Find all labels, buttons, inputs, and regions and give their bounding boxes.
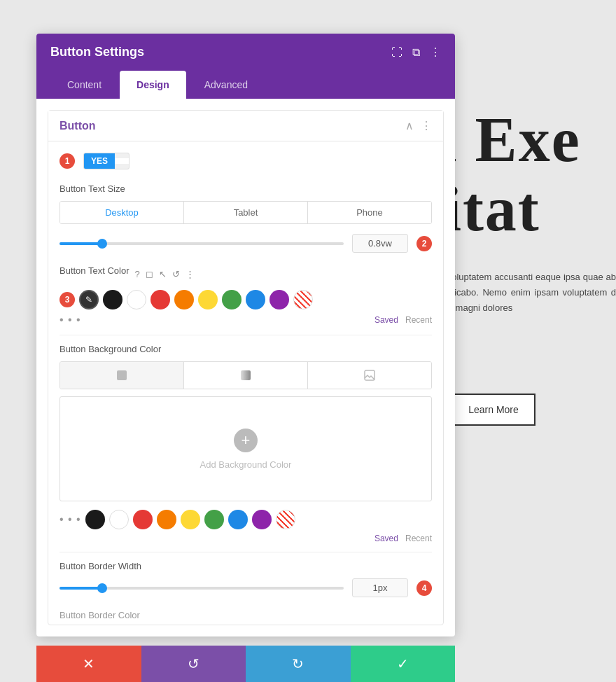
- learn-more-button[interactable]: Learn More: [451, 394, 536, 426]
- custom-styles-row: 1 YES: [59, 153, 432, 169]
- border-width-slider-row: 1px 4: [59, 578, 432, 597]
- confirm-button[interactable]: ✓: [351, 646, 456, 682]
- tab-design[interactable]: Design: [120, 71, 186, 99]
- border-width-label: Button Border Width: [59, 561, 432, 571]
- bg-type-gradient[interactable]: [184, 362, 308, 389]
- cancel-button[interactable]: ✕: [36, 646, 141, 682]
- color-orange[interactable]: [174, 290, 194, 309]
- badge-1: 1: [59, 153, 75, 169]
- bg-saved-label[interactable]: Saved: [374, 534, 398, 543]
- device-tab-desktop[interactable]: Desktop: [60, 202, 184, 223]
- bg-color-white[interactable]: [109, 510, 129, 529]
- text-size-slider-row: 0.8vw 2: [59, 234, 432, 253]
- panel-title: Button Settings: [50, 45, 144, 60]
- bg-color-red[interactable]: [133, 510, 153, 529]
- section-body: 1 YES Button Text Size Desktop Tablet Ph…: [48, 141, 443, 625]
- reset-icon[interactable]: ↺: [172, 269, 180, 279]
- bg-color-black[interactable]: [85, 510, 105, 529]
- slider-thumb[interactable]: [97, 239, 107, 249]
- recent-label[interactable]: Recent: [405, 315, 432, 325]
- help-icon[interactable]: ?: [134, 269, 139, 279]
- add-bg-label: Add Background Color: [200, 459, 292, 470]
- panel-tabs: Content Design Advanced: [36, 71, 455, 99]
- svg-rect-0: [117, 370, 127, 380]
- bg-color-orange[interactable]: [157, 510, 176, 529]
- color-red[interactable]: [150, 290, 170, 309]
- border-slider-fill: [59, 587, 102, 590]
- border-slider-thumb[interactable]: [97, 583, 107, 593]
- color-strikethrough[interactable]: [293, 290, 313, 309]
- color-white[interactable]: [127, 290, 146, 309]
- slider-value[interactable]: 0.8vw: [352, 234, 408, 253]
- text-color-swatches-row: 3 ✎: [59, 290, 432, 309]
- bg-color-label: Button Background Color: [59, 344, 432, 354]
- toggle-no[interactable]: [115, 158, 129, 164]
- more-icon[interactable]: ⋮: [430, 46, 441, 59]
- bg-type-solid[interactable]: [60, 362, 184, 389]
- text-color-header: Button Text Color ? ◻ ↖ ↺ ⋮: [59, 265, 432, 283]
- color-more-icon[interactable]: ⋮: [186, 269, 195, 279]
- svg-rect-1: [241, 370, 251, 380]
- bg-color-picker-area: + Add Background Color: [59, 396, 432, 501]
- color-green[interactable]: [222, 290, 241, 309]
- separator-1: [59, 335, 432, 335]
- redo-button[interactable]: ↻: [246, 646, 351, 682]
- border-width-value[interactable]: 1px: [352, 578, 408, 597]
- bg-recent-label[interactable]: Recent: [405, 534, 432, 543]
- undo-button[interactable]: ↺: [141, 646, 246, 682]
- bg-more-icon[interactable]: • • •: [59, 513, 81, 526]
- tab-advanced[interactable]: Advanced: [188, 71, 265, 99]
- header-icons: ⛶ ⧉ ⋮: [391, 46, 441, 59]
- tab-content[interactable]: Content: [50, 71, 118, 99]
- bg-color-strikethrough[interactable]: [276, 510, 295, 529]
- bg-type-image[interactable]: [308, 362, 431, 389]
- device-tabs: Desktop Tablet Phone: [59, 201, 432, 224]
- section-title: Button: [59, 120, 96, 132]
- badge-3: 3: [59, 292, 75, 307]
- section-more-icon[interactable]: ⋮: [421, 119, 432, 132]
- color-blue[interactable]: [246, 290, 265, 309]
- color-edit-swatch[interactable]: ✎: [79, 290, 99, 309]
- button-section: Button ∧ ⋮ 1 YES Button Text Size: [48, 110, 444, 625]
- slider-fill: [59, 242, 102, 245]
- color-black[interactable]: [103, 290, 122, 309]
- panel-content: Button ∧ ⋮ 1 YES Button Text Size: [36, 110, 455, 625]
- color-yellow[interactable]: [198, 290, 218, 309]
- badge-2: 2: [416, 236, 432, 251]
- bg-color-swatches-row: • • •: [59, 510, 432, 529]
- device-tab-phone[interactable]: Phone: [308, 202, 431, 223]
- separator-2: [59, 552, 432, 552]
- bg-color-purple[interactable]: [252, 510, 272, 529]
- slider-track[interactable]: [59, 242, 344, 245]
- border-slider-track[interactable]: [59, 587, 344, 590]
- badge-4: 4: [416, 580, 432, 596]
- add-bg-plus-button[interactable]: +: [234, 429, 258, 452]
- saved-label[interactable]: Saved: [374, 315, 398, 325]
- text-color-label: Button Text Color: [59, 265, 129, 276]
- panel-header: Button Settings ⛶ ⧉ ⋮: [36, 34, 455, 71]
- section-header: Button ∧ ⋮: [48, 111, 443, 141]
- toggle-yes[interactable]: YES: [84, 153, 115, 169]
- color-purple[interactable]: [270, 290, 289, 309]
- more-colors-icon[interactable]: • • •: [59, 314, 81, 326]
- bg-color-blue[interactable]: [228, 510, 248, 529]
- button-border-color-label-partial: Button Border Color: [59, 610, 432, 620]
- expand-icon[interactable]: ⛶: [391, 46, 402, 59]
- bg-saved-recent-row: Saved Recent: [59, 534, 432, 543]
- device-tab-tablet[interactable]: Tablet: [184, 202, 308, 223]
- bg-color-green[interactable]: [204, 510, 224, 529]
- eyedropper-icon[interactable]: ◻: [146, 269, 153, 279]
- bottom-bar: ✕ ↺ ↻ ✓: [36, 646, 455, 682]
- collapse-icon[interactable]: ∧: [405, 119, 414, 132]
- section-header-controls: ∧ ⋮: [405, 119, 432, 132]
- button-text-size-label: Button Text Size: [59, 183, 432, 194]
- custom-styles-toggle[interactable]: YES: [83, 153, 130, 169]
- bg-type-tabs: [59, 361, 432, 389]
- bg-color-yellow[interactable]: [181, 510, 200, 529]
- button-settings-panel: Button Settings ⛶ ⧉ ⋮ Content Design Adv…: [36, 34, 455, 636]
- cursor-icon[interactable]: ↖: [159, 269, 167, 279]
- columns-icon[interactable]: ⧉: [412, 46, 420, 59]
- saved-recent-row: • • • Saved Recent: [59, 314, 432, 326]
